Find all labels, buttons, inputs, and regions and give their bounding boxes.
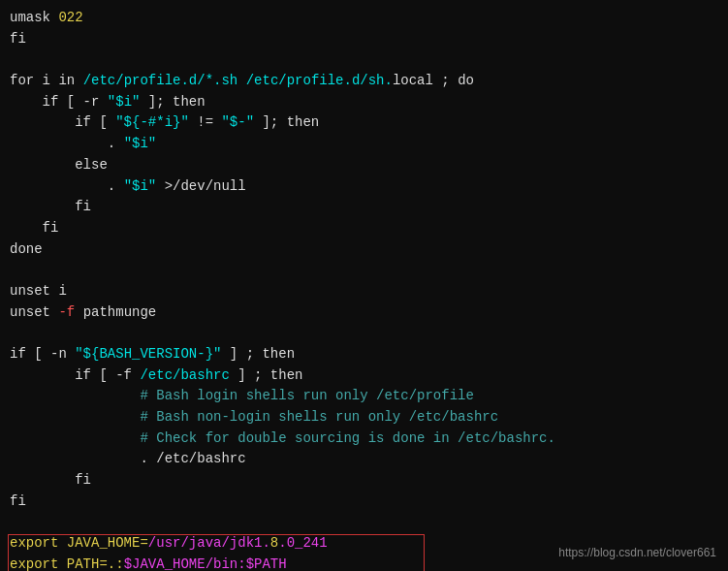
code-line: unset -f pathmunge xyxy=(10,302,718,324)
code-token: else xyxy=(10,157,108,173)
code-line xyxy=(10,513,718,534)
code-editor: umask 022fi for i in /etc/profile.d/*.sh… xyxy=(0,0,728,571)
code-line: fi xyxy=(10,492,718,513)
code-token: ] ; then xyxy=(221,346,295,362)
code-token: unset xyxy=(10,304,58,320)
code-token: 8 xyxy=(270,535,278,551)
code-token: ; do xyxy=(433,73,474,88)
watermark: https://blog.csdn.net/clover661 xyxy=(558,546,716,559)
code-line: done xyxy=(10,239,718,261)
code-token: . xyxy=(10,178,124,194)
code-token: # Bash non-login shells run only /etc/ba… xyxy=(10,409,498,425)
code-line xyxy=(10,323,718,344)
code-token: .0_241 xyxy=(278,535,327,551)
code-line: else xyxy=(10,155,718,176)
code-line: # Bash login shells run only /etc/profil… xyxy=(10,386,718,407)
code-token: unset i xyxy=(10,283,67,299)
code-line: if [ "${-#*i}" != "$-" ]; then xyxy=(10,112,718,134)
code-token: fi xyxy=(10,493,26,509)
code-token: /usr/java/jdk1. xyxy=(148,535,270,551)
code-token: "$i" xyxy=(124,136,157,151)
code-token: ]; then xyxy=(254,114,319,130)
code-line: # Check for double sourcing is done in /… xyxy=(10,428,718,450)
code-token: if [ -r xyxy=(10,94,108,110)
code-token: "${BASH_VERSION-}" xyxy=(75,346,221,362)
code-token: export PATH=.: xyxy=(10,556,124,571)
code-line: fi xyxy=(10,470,718,492)
code-token: ] ; then xyxy=(230,367,303,383)
code-token: # Bash login shells run only /etc/profil… xyxy=(10,388,474,403)
code-line: if [ -n "${BASH_VERSION-}" ] ; then xyxy=(10,344,718,365)
code-line: . "$i" >/dev/null xyxy=(10,176,718,198)
code-token: -f xyxy=(58,304,75,320)
code-token: umask xyxy=(10,10,58,25)
code-token: "$-" xyxy=(221,114,254,130)
code-line: . /etc/bashrc xyxy=(10,449,718,470)
code-line: # Bash non-login shells run only /etc/ba… xyxy=(10,407,718,428)
code-token: fi xyxy=(10,220,58,236)
code-line xyxy=(10,49,718,71)
code-token xyxy=(237,73,245,88)
code-token: pathmunge xyxy=(75,304,156,320)
code-token: fi xyxy=(10,472,91,488)
code-token: export JAVA_HOME= xyxy=(10,535,148,551)
code-line: . "$i" xyxy=(10,134,718,155)
code-line: for i in /etc/profile.d/*.sh /etc/profil… xyxy=(10,71,718,92)
code-line: if [ -r "$i" ]; then xyxy=(10,92,718,113)
code-token: . /etc/bashrc xyxy=(10,451,246,466)
code-token: local xyxy=(393,73,433,88)
code-token: if [ xyxy=(10,114,115,130)
code-line: umask 022 xyxy=(10,8,718,29)
code-token: . xyxy=(10,136,124,151)
code-token: /etc/profile.d/*.sh xyxy=(83,73,238,88)
code-lines: umask 022fi for i in /etc/profile.d/*.sh… xyxy=(10,8,718,571)
code-token: /etc/profile.d/sh. xyxy=(246,73,393,88)
code-token: /bin: xyxy=(206,556,246,571)
code-token: "${-#*i}" xyxy=(115,114,189,130)
code-line: fi xyxy=(10,218,718,239)
code-line: if [ -f /etc/bashrc ] ; then xyxy=(10,365,718,387)
code-token: if [ -n xyxy=(10,346,75,362)
code-token: /etc/bashrc xyxy=(140,367,229,383)
code-token: done xyxy=(10,241,43,257)
code-line: fi xyxy=(10,29,718,50)
code-token: $JAVA_HOME xyxy=(124,556,206,571)
code-token: $PATH xyxy=(246,556,287,571)
code-token: for i in xyxy=(10,73,83,88)
code-token: if [ -f xyxy=(10,367,140,383)
code-token: fi xyxy=(10,199,91,214)
code-line: fi xyxy=(10,197,718,218)
code-token: >/dev/null xyxy=(156,178,245,194)
code-line xyxy=(10,260,718,281)
code-token: "$i" xyxy=(124,178,157,194)
code-line: unset i xyxy=(10,281,718,302)
code-token: fi xyxy=(10,31,26,47)
code-token: != xyxy=(189,114,222,130)
code-token: # Check for double sourcing is done in /… xyxy=(10,430,555,446)
code-token: 022 xyxy=(58,10,82,25)
code-token: "$i" xyxy=(108,94,141,110)
code-token: ]; then xyxy=(140,94,205,110)
